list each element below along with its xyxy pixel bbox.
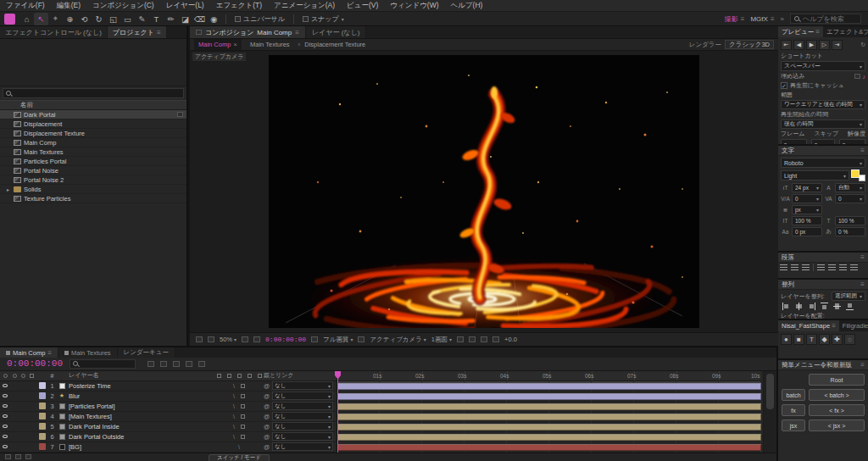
justify-last-right-icon[interactable] xyxy=(839,264,847,271)
viewer-tab-main-textures[interactable]: Main Textures xyxy=(246,39,294,50)
font-size-dropdown[interactable]: 24 px▾ xyxy=(792,183,822,192)
fx-switch[interactable] xyxy=(241,425,245,429)
previous-frame-button[interactable]: ◀ xyxy=(793,40,804,50)
font-family-dropdown[interactable]: Roboto ▾ xyxy=(781,158,865,168)
project-item-row[interactable]: Displacement xyxy=(0,119,186,129)
root-button[interactable]: Root xyxy=(809,374,865,386)
horizontal-scale-field[interactable]: 100 % xyxy=(835,216,865,225)
font-style-dropdown[interactable]: Light ▾ xyxy=(781,170,849,181)
justify-last-center-icon[interactable] xyxy=(828,264,836,271)
timeline-tab-main-textures[interactable]: Main Textures xyxy=(58,347,118,358)
snapshot-camera-icon[interactable] xyxy=(311,336,318,342)
layer-name[interactable]: Dark Portal Outside xyxy=(67,433,214,441)
frame-blend-icon[interactable] xyxy=(186,361,192,367)
batch-side-button[interactable]: batch xyxy=(782,389,805,401)
audio-include-icon[interactable]: ♪ xyxy=(863,74,866,80)
shape-text-button[interactable]: T xyxy=(806,334,817,345)
eye-icon[interactable] xyxy=(3,404,8,408)
layer-row[interactable]: 4 [Main Textures] \ @ なし▾ xyxy=(0,412,337,422)
layer-row[interactable]: 3 [Particles Portal] \ @ なし▾ xyxy=(0,402,337,412)
pick-whip-icon[interactable]: @ xyxy=(264,414,270,419)
kerning-dropdown[interactable]: 0▾ xyxy=(792,194,822,203)
jsx-side-button[interactable]: jsx xyxy=(782,419,805,431)
quality-switch[interactable]: \ xyxy=(233,424,235,430)
eye-icon[interactable] xyxy=(3,445,8,448)
jsx-button[interactable]: < jsx > xyxy=(809,419,865,431)
label-color-chip[interactable] xyxy=(39,382,46,389)
justify-last-left-icon[interactable] xyxy=(817,264,825,271)
fx-button[interactable]: < fx > xyxy=(809,404,865,416)
resolution-dropdown[interactable]: フル画質 ▾ xyxy=(323,336,353,344)
quality-switch[interactable]: \ xyxy=(233,393,235,399)
menu-animation[interactable]: アニメーション(A) xyxy=(268,1,341,11)
motion-blur-icon[interactable] xyxy=(198,361,205,367)
cache-checkbox[interactable]: ✓ xyxy=(781,82,787,89)
type-tool-icon[interactable]: T xyxy=(149,13,164,25)
close-icon[interactable]: × xyxy=(233,41,237,48)
disclosure-triangle-icon[interactable]: ▸ xyxy=(5,186,11,192)
label-color-chip[interactable] xyxy=(39,413,46,419)
layer-duration-bar[interactable] xyxy=(337,434,761,441)
panel-menu-icon[interactable]: ≡ xyxy=(860,253,865,261)
parent-dropdown[interactable]: なし▾ xyxy=(272,442,333,451)
project-list-header[interactable]: 名前 xyxy=(0,100,186,110)
layer-name[interactable]: Dark Portal Inside xyxy=(67,423,214,430)
parent-dropdown[interactable]: なし▾ xyxy=(272,412,333,420)
align-top-icon[interactable] xyxy=(821,303,828,310)
project-item-row[interactable]: Main Textures xyxy=(0,147,186,157)
pixel-aspect-icon[interactable] xyxy=(469,336,476,342)
pick-whip-icon[interactable]: @ xyxy=(264,403,270,409)
fx-switch[interactable] xyxy=(241,394,245,398)
layer-duration-bar[interactable] xyxy=(337,414,761,420)
align-left-icon[interactable] xyxy=(782,303,790,310)
comp-flowchart-icon[interactable] xyxy=(147,361,154,367)
composition-frame[interactable] xyxy=(269,55,699,328)
layer-name[interactable]: [Particles Portal] xyxy=(67,403,214,410)
mask-toggle-icon[interactable] xyxy=(253,336,260,342)
fx-switch[interactable] xyxy=(241,384,245,388)
label-color-chip[interactable] xyxy=(39,403,46,409)
quality-switch[interactable]: \ xyxy=(233,403,235,409)
menu-file[interactable]: ファイル(F) xyxy=(0,1,51,11)
leading-dropdown[interactable]: 自動▾ xyxy=(835,183,865,192)
layer-duration-bar[interactable] xyxy=(337,383,761,390)
timeline-scrollbar[interactable] xyxy=(763,371,776,453)
fast-preview-icon[interactable] xyxy=(481,336,487,342)
hide-shy-icon[interactable] xyxy=(173,361,180,367)
viewer-timecode[interactable]: 0:00:00:00 xyxy=(265,336,306,343)
fx-switch[interactable] xyxy=(241,435,245,439)
project-search-input[interactable] xyxy=(14,90,181,97)
skip-dropdown[interactable]: ▾ xyxy=(811,139,835,144)
align-text-center-icon[interactable] xyxy=(791,264,798,271)
mask-shape-tool-icon[interactable]: ▭ xyxy=(120,13,135,25)
universal-toggle[interactable]: ユニバーサル xyxy=(231,14,289,24)
project-item-row[interactable]: ▸ Solids xyxy=(0,185,186,194)
label-color-chip[interactable] xyxy=(39,443,46,450)
tab-filigradient[interactable]: Filigradient xyxy=(839,320,868,331)
panel-menu-icon[interactable]: ≡ xyxy=(860,147,865,154)
pick-whip-icon[interactable]: @ xyxy=(264,383,270,389)
transparency-grid-icon[interactable] xyxy=(457,336,464,342)
current-time-indicator[interactable] xyxy=(337,371,338,453)
project-item-row[interactable]: Particles Portal xyxy=(0,157,186,166)
parent-dropdown[interactable]: なし▾ xyxy=(272,432,333,441)
shape-diamond-button[interactable]: ◆ xyxy=(819,334,830,345)
menu-composition[interactable]: コンポジション(C) xyxy=(86,1,160,11)
selection-tool-icon[interactable]: ↖ xyxy=(34,13,48,25)
scrollbar-handle[interactable] xyxy=(766,374,774,409)
layer-row[interactable]: 5 Dark Portal Inside \ @ なし▾ xyxy=(0,422,337,432)
view-camera-dropdown[interactable]: アクティブカメラ ▾ xyxy=(370,336,426,344)
magnification-dropdown[interactable]: 50% ▾ xyxy=(220,336,236,343)
quality-switch[interactable]: \ xyxy=(233,414,235,419)
layer-duration-bar[interactable] xyxy=(337,424,761,430)
project-item-row[interactable]: Displacement Texture xyxy=(0,129,186,138)
shortcut-dropdown[interactable]: スペースバー ▾ xyxy=(781,61,865,71)
play-from-dropdown[interactable]: 現在 の時間 ▾ xyxy=(781,119,865,129)
project-item-row[interactable]: Dark Portal xyxy=(0,110,186,119)
ae-logo-icon[interactable] xyxy=(4,14,15,25)
align-text-left-icon[interactable] xyxy=(780,264,787,271)
layer-row[interactable]: 7 [BG] \ @ なし▾ xyxy=(0,442,337,453)
region-of-interest-icon[interactable] xyxy=(358,336,364,342)
collapse-switch[interactable] xyxy=(241,414,245,419)
play-button[interactable]: ▶ xyxy=(806,40,817,50)
